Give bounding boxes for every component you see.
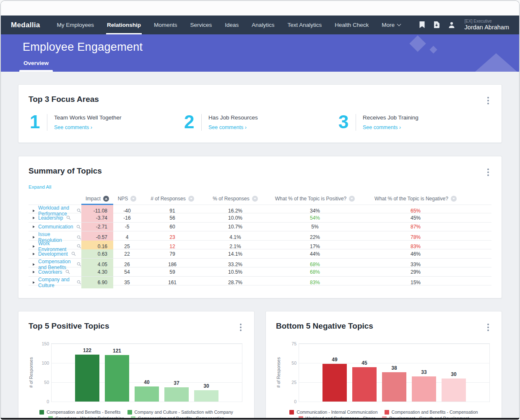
legend-item-communication-internal-communication[interactable]: Communication - Internal Communication <box>289 410 377 415</box>
legend-item-compensation-and-benefits-compensation[interactable]: Compensation and Benefits - Compensation <box>131 416 224 420</box>
pct-responses-value: 14.1% <box>204 251 267 257</box>
expand-all-link[interactable]: Expand All <box>29 184 51 189</box>
legend-item-coworkers-working-relationships[interactable]: Coworkers - Working Relationships <box>48 416 124 420</box>
responses-value: 56 <box>141 215 204 221</box>
magnifier-icon[interactable] <box>77 280 81 285</box>
see-comments-link[interactable]: See comments › <box>54 124 122 130</box>
expand-caret-icon[interactable] <box>33 226 35 228</box>
user-icon[interactable] <box>448 21 455 28</box>
sort-icon[interactable] <box>188 196 194 202</box>
nav-item-ideas[interactable]: Ideas <box>224 16 239 34</box>
bar-communication-internal-communication[interactable]: 49 <box>322 364 347 402</box>
nav-item-analytics[interactable]: Analytics <box>251 16 275 34</box>
topic-link-communication[interactable]: Communication <box>38 224 73 230</box>
see-comments-link[interactable]: See comments › <box>363 124 419 130</box>
bar-compensation-and-benefits-compensation[interactable]: 37 <box>164 387 189 402</box>
y-tick-label: 25 <box>283 380 296 385</box>
legend-item-development-growth-and-development[interactable]: Development - Growth and Development <box>382 416 469 420</box>
magnifier-icon[interactable] <box>77 262 81 267</box>
bar-compensation-and-benefits-benefits[interactable]: 122 <box>75 355 99 402</box>
negative-pct-value: 45% <box>363 215 468 221</box>
nav-item-text-analytics[interactable]: Text Analytics <box>286 16 322 34</box>
responses-value: 79 <box>141 251 204 257</box>
bar-value-label: 122 <box>75 347 99 353</box>
table-row: Company and Culture6.903516128.7%83%15% <box>29 277 491 286</box>
focus-topic-label: Team Works Well Together <box>54 114 122 121</box>
bar-development-growth-and-development[interactable]: 33 <box>412 376 436 402</box>
nav-item-relationship[interactable]: Relationship <box>106 16 142 34</box>
expand-caret-icon[interactable] <box>33 263 35 266</box>
sort-icon[interactable] <box>451 196 457 202</box>
magnifier-icon[interactable] <box>66 215 71 220</box>
user-name: Jordan Abraham <box>465 24 509 31</box>
chart-kebab-menu[interactable] <box>237 321 244 333</box>
column-header-what-of-the-topic-is-positive[interactable]: What % of the Topic is Positive? <box>267 196 363 202</box>
bar-leadership-satisfaction-with-leadership[interactable]: 30 <box>194 390 218 402</box>
see-comments-link[interactable]: See comments › <box>208 124 258 130</box>
expand-caret-icon[interactable] <box>33 271 35 273</box>
magnifier-icon[interactable] <box>77 208 81 213</box>
focus-items: 1Team Works Well TogetherSee comments ›2… <box>29 113 491 131</box>
topic-link-coworkers[interactable]: Coworkers <box>38 269 62 275</box>
legend-item-compensation-and-benefits-compensation[interactable]: Compensation and Benefits - Compensation <box>385 410 478 415</box>
nps-value: -16 <box>113 215 141 221</box>
nav-item-my-employees[interactable]: My Employees <box>56 16 95 34</box>
nav-item-health-check[interactable]: Health Check <box>334 16 369 34</box>
expand-caret-icon[interactable] <box>33 253 35 255</box>
expand-caret-icon[interactable] <box>33 236 35 239</box>
bar-workload-and-performance-stress[interactable]: 38 <box>382 372 406 402</box>
magnifier-icon[interactable] <box>77 235 81 240</box>
column-header-of-responses[interactable]: # of Responses <box>141 196 204 202</box>
nav-item-more[interactable]: More <box>381 16 401 34</box>
bar-compensation-and-benefits-compensation[interactable]: 45 <box>352 367 377 402</box>
focus-item-receives-job-training: 3Receives Job TrainingSee comments › <box>337 113 491 131</box>
bar-company-and-culture-satisfaction-with-company[interactable]: 121 <box>105 355 129 402</box>
topic-link-development[interactable]: Development <box>38 251 68 257</box>
expand-caret-icon[interactable] <box>33 281 35 284</box>
chart-kebab-menu[interactable] <box>485 321 491 333</box>
magnifier-icon[interactable] <box>71 251 76 256</box>
nav-item-label: Moments <box>154 22 177 28</box>
topic-link-company-and-culture[interactable]: Company and Culture <box>38 277 73 288</box>
column-header-impact[interactable]: Impact <box>81 196 113 202</box>
column-header-what-of-the-topic-is-negative[interactable]: What % of the Topic is Negative? <box>363 196 468 202</box>
medallia-logo[interactable]: Medallia <box>11 21 40 29</box>
sort-icon[interactable] <box>349 196 355 202</box>
legend-item-workload-and-performance-stress[interactable]: Workload and Performance - Stress <box>299 416 376 420</box>
expand-caret-icon[interactable] <box>33 217 35 219</box>
summary-kebab-menu[interactable] <box>485 166 491 178</box>
user-role: [EX] Executive <box>465 19 509 24</box>
expand-caret-icon[interactable] <box>33 245 35 248</box>
nav-item-label: More <box>382 22 395 28</box>
tab-overview[interactable]: Overview <box>23 60 49 66</box>
magnifier-icon[interactable] <box>77 244 81 249</box>
nav-item-services[interactable]: Services <box>190 16 213 34</box>
export-icon[interactable] <box>434 21 439 28</box>
nps-value: 25 <box>113 244 141 249</box>
negative-pct-value: 29% <box>363 269 468 275</box>
legend-swatch <box>127 410 132 415</box>
nav-item-moments[interactable]: Moments <box>153 16 178 34</box>
magnifier-icon[interactable] <box>65 270 70 274</box>
sort-asc-icon[interactable] <box>103 196 109 202</box>
bar-value-label: 37 <box>164 380 189 386</box>
bookmark-icon[interactable] <box>419 21 425 28</box>
column-header-nps[interactable]: NPS <box>113 196 141 202</box>
focus-areas-kebab-menu[interactable] <box>485 95 491 106</box>
legend-label: Company and Culture - Satisfaction with … <box>135 410 233 415</box>
legend-item-company-and-culture-satisfaction-with-company[interactable]: Company and Culture - Satisfaction with … <box>127 410 233 415</box>
table-row: Issue Resolution-0.574234.1%22%78% <box>29 231 491 241</box>
expand-caret-icon[interactable] <box>33 210 35 212</box>
user-menu[interactable]: [EX] Executive Jordan Abraham <box>465 19 509 31</box>
bar-coworkers-working-relationships[interactable]: 40 <box>135 386 159 402</box>
sort-icon[interactable] <box>252 196 258 202</box>
sort-icon[interactable] <box>130 196 136 202</box>
magnifier-icon[interactable] <box>76 225 81 229</box>
positive-pct-value: 22% <box>267 234 363 240</box>
topic-link-leadership[interactable]: Leadership <box>38 215 63 221</box>
pct-responses-value: 10.5% <box>204 269 267 275</box>
legend-swatch <box>39 410 44 415</box>
legend-item-compensation-and-benefits-benefits[interactable]: Compensation and Benefits - Benefits <box>39 410 120 415</box>
bar-representative-communication-skills[interactable]: 30 <box>442 379 466 402</box>
column-header-of-responses[interactable]: % of Responses <box>204 196 267 202</box>
